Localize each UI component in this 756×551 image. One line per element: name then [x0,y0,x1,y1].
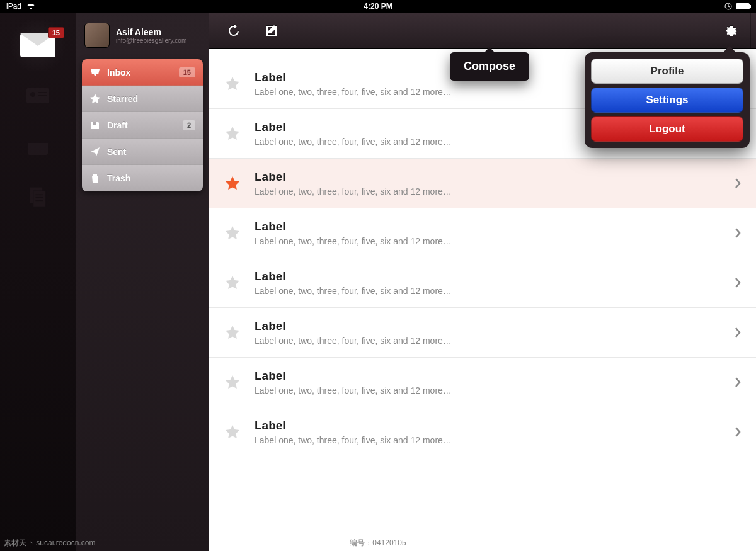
device-name: iPad [6,2,21,11]
inbox-icon [89,67,101,78]
gear-icon [724,23,739,38]
svg-rect-6 [28,139,48,143]
message-body: Label Label one, two, three, four, five,… [255,170,721,196]
settings-popover: Profile Settings Logout [585,52,750,148]
svg-rect-10 [33,191,46,207]
star-icon[interactable] [224,324,241,341]
star-icon[interactable] [224,275,241,291]
svg-rect-14 [93,122,96,125]
message-subtitle: Label one, two, three, four, five, six a… [255,385,721,395]
folder-label: Starred [107,94,138,104]
clock-icon [724,3,732,10]
chevron-right-icon [735,427,741,437]
folder-label: Trash [107,173,130,183]
message-subtitle: Label one, two, three, four, five, six a… [255,286,721,296]
message-title: Label [255,170,721,184]
popover-logout[interactable]: Logout [591,116,743,142]
rail-mail[interactable]: 15 [6,20,69,71]
status-bar: iPad 4:20 PM [0,0,756,13]
folder-label: Inbox [107,67,130,77]
profile-name: Asif Aleem [116,27,186,37]
message-row[interactable]: Label Label one, two, three, four, five,… [209,358,756,407]
profile-block[interactable]: Asif Aleem info@freebiesgallery.com [76,20,209,59]
trash-icon [89,173,101,184]
svg-point-2 [30,92,35,97]
star-icon[interactable] [224,374,241,390]
folder-starred[interactable]: Starred [82,86,203,112]
star-icon[interactable] [224,175,241,191]
avatar [84,23,110,48]
svg-rect-13 [35,200,43,201]
folder-label: Sent [107,147,126,157]
folder-list: Inbox 15 Starred Draft 2 Sent Trash [82,59,203,191]
popover-profile[interactable]: Profile [591,59,743,84]
rail-documents[interactable] [6,171,69,222]
message-subtitle: Label one, two, three, four, five, six a… [255,186,721,196]
refresh-button[interactable] [214,13,253,49]
svg-rect-4 [38,95,47,96]
message-body: Label Label one, two, three, four, five,… [255,270,721,296]
popover-settings[interactable]: Settings [591,88,743,113]
message-row[interactable]: Label Label one, two, three, four, five,… [209,308,756,358]
settings-button[interactable] [712,13,751,49]
watermark-left: 素材天下 sucai.redocn.com [4,538,95,548]
folder-inbox[interactable]: Inbox 15 [82,59,203,86]
contacts-icon [24,84,52,107]
folder-label: Draft [107,120,128,130]
folder-trash[interactable]: Trash [82,165,203,191]
message-body: Label Label one, two, three, four, five,… [255,369,721,395]
clock: 4:20 PM [364,2,392,11]
chevron-right-icon [735,377,741,387]
message-subtitle: Label one, two, three, four, five, six a… [255,435,721,445]
folder-draft[interactable]: Draft 2 [82,112,203,139]
content-area: Compose Profile Settings Logout Label La… [209,13,756,551]
star-icon[interactable] [224,424,241,440]
message-body: Label Label one, two, three, four, five,… [255,319,721,346]
star-icon[interactable] [224,225,241,241]
chevron-right-icon [735,228,741,238]
star-icon[interactable] [224,76,241,92]
message-title: Label [255,319,721,333]
svg-rect-7 [32,136,33,141]
rail-calendar[interactable] [6,121,69,171]
message-row[interactable]: Label Label one, two, three, four, five,… [209,407,756,457]
wifi-icon [26,3,35,9]
chevron-right-icon [735,278,741,288]
message-subtitle: Label one, two, three, four, five, six a… [255,236,721,246]
message-body: Label Label one, two, three, four, five,… [255,419,721,445]
compose-button[interactable] [253,13,292,49]
svg-rect-3 [38,92,47,93]
compose-tooltip: Compose [450,52,529,81]
message-subtitle: Label one, two, three, four, five, six a… [255,336,721,346]
message-row[interactable]: Label Label one, two, three, four, five,… [209,258,756,308]
svg-rect-12 [35,197,43,198]
sent-icon [89,146,101,157]
mail-badge: 15 [48,27,64,38]
message-title: Label [255,270,721,283]
svg-rect-8 [42,136,44,141]
calendar-icon [24,135,52,157]
battery-icon [736,3,750,9]
svg-rect-11 [35,194,43,195]
message-title: Label [255,369,721,383]
message-row[interactable]: Label Label one, two, three, four, five,… [209,208,756,258]
chevron-right-icon [735,178,741,188]
star-icon[interactable] [224,125,241,142]
chevron-right-icon [735,327,741,338]
message-title: Label [255,220,721,234]
save-icon [89,120,101,131]
toolbar [209,13,756,49]
rail-contacts[interactable] [6,71,69,121]
message-title: Label [255,419,721,433]
refresh-icon [226,23,241,38]
folder-badge: 2 [183,120,195,130]
folder-sidebar: Asif Aleem info@freebiesgallery.com Inbo… [76,13,209,551]
star-icon [89,93,101,105]
profile-email: info@freebiesgallery.com [116,37,186,44]
icon-rail: 15 [0,13,76,551]
folder-badge: 15 [179,67,195,77]
folder-sent[interactable]: Sent [82,139,203,165]
message-row[interactable]: Label Label one, two, three, four, five,… [209,159,756,208]
documents-icon [24,185,52,208]
message-body: Label Label one, two, three, four, five,… [255,220,721,246]
